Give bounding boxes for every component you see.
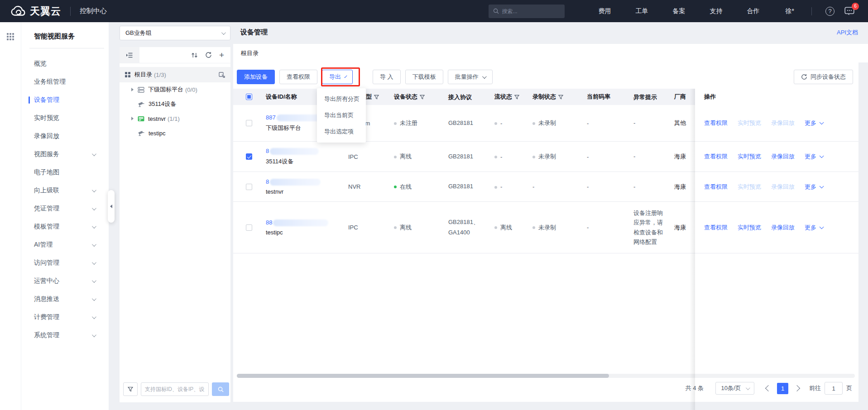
messages-button[interactable]: 6 xyxy=(844,7,854,16)
sidebar-item-business-groups[interactable]: 业务组管理 xyxy=(21,73,109,91)
nav-item-tickets[interactable]: 工单 xyxy=(636,7,648,15)
tree-search-input[interactable] xyxy=(141,382,209,396)
sidebar-item-label: 系统管理 xyxy=(34,331,59,339)
scrollbar-thumb[interactable] xyxy=(237,374,609,378)
view-permission-link[interactable]: 查看权限 xyxy=(704,119,728,127)
filter-icon[interactable] xyxy=(374,95,379,100)
playback-link[interactable]: 录像回放 xyxy=(771,224,795,232)
locate-in-tree-icon[interactable] xyxy=(219,72,225,78)
prev-page-button[interactable] xyxy=(765,385,772,391)
breadcrumb-item[interactable]: 根目录 xyxy=(241,49,259,57)
live-preview-link[interactable]: 实时预览 xyxy=(738,224,761,232)
row-checkbox[interactable] xyxy=(246,184,252,190)
console-label[interactable]: 控制中心 xyxy=(80,7,107,15)
brand[interactable]: 天翼云 xyxy=(10,5,61,18)
caret-right-icon[interactable] xyxy=(131,117,134,120)
api-doc-link[interactable]: API文档 xyxy=(837,29,858,37)
sidebar-item-label: 计费管理 xyxy=(34,313,59,321)
business-group-select[interactable]: GB业务组 xyxy=(120,26,230,40)
current-page-button[interactable]: 1 xyxy=(777,383,788,394)
select-all-checkbox[interactable] xyxy=(246,94,252,100)
sidebar-item-message-push[interactable]: 消息推送 xyxy=(21,290,109,308)
next-page-button[interactable] xyxy=(794,385,800,391)
sidebar-item-label: 访问管理 xyxy=(34,259,59,267)
batch-operation-button[interactable]: 批量操作 xyxy=(448,70,493,84)
tree-node-testipc[interactable]: testipc xyxy=(120,126,230,140)
view-permission-link[interactable]: 查看权限 xyxy=(704,183,728,191)
device-id-link[interactable]: 88 xyxy=(266,219,272,226)
sort-icon[interactable] xyxy=(191,52,198,58)
filter-icon[interactable] xyxy=(420,95,425,100)
import-button[interactable]: 导 入 xyxy=(373,70,401,84)
sidebar-item-device-management[interactable]: 设备管理 xyxy=(21,91,109,109)
row-checkbox[interactable] xyxy=(246,153,252,160)
tree-search-button[interactable] xyxy=(212,382,229,396)
sidebar-item-upper-cascade[interactable]: 向上级联 xyxy=(21,181,109,200)
tree-node-35114-device[interactable]: 35114设备 xyxy=(120,97,230,111)
filter-icon[interactable] xyxy=(514,95,519,100)
export-current-page-item[interactable]: 导出当前页 xyxy=(317,107,366,124)
device-id-link[interactable]: 8 xyxy=(266,178,269,185)
add-device-button[interactable]: 添加设备 xyxy=(237,70,275,84)
device-toolbar: 添加设备 查看权限 导出 导 入 下载模板 批量操作 xyxy=(237,70,493,84)
sidebar-item-view-service[interactable]: 视图服务 xyxy=(21,145,109,163)
tree-node-label: testipc xyxy=(149,130,166,137)
more-link[interactable]: 更多 xyxy=(805,224,822,232)
sync-device-status-button[interactable]: 同步设备状态 xyxy=(794,70,853,84)
sidebar-item-e-map[interactable]: 电子地图 xyxy=(21,163,109,181)
sidebar-item-access-management[interactable]: 访问管理 xyxy=(21,254,109,272)
nav-item-support[interactable]: 支持 xyxy=(710,7,723,15)
page-size-select[interactable]: 10条/页 xyxy=(715,382,754,395)
tree-node-testnvr[interactable]: testnvr (1/1) xyxy=(120,111,230,126)
help-icon[interactable]: ? xyxy=(825,7,834,16)
nav-item-fees[interactable]: 费用 xyxy=(599,7,611,15)
caret-right-icon[interactable] xyxy=(131,88,134,91)
horizontal-scrollbar[interactable] xyxy=(237,374,855,378)
filter-button[interactable] xyxy=(123,382,138,396)
nav-search[interactable] xyxy=(489,5,565,18)
device-id-link[interactable]: 887 xyxy=(266,114,276,121)
add-node-icon[interactable]: + xyxy=(219,51,224,59)
sidebar-item-overview[interactable]: 概览 xyxy=(21,55,109,73)
sidebar-item-credentials[interactable]: 凭证管理 xyxy=(21,200,109,218)
filter-icon[interactable] xyxy=(558,95,563,100)
live-preview-link[interactable]: 实时预览 xyxy=(738,153,761,161)
sidebar-item-label: 消息推送 xyxy=(34,295,59,303)
tree-node-sub-platform[interactable]: 下级国标平台 (0/0) xyxy=(120,82,230,97)
goto-page-input[interactable] xyxy=(825,382,843,395)
sidebar-item-ai-management[interactable]: AI管理 xyxy=(21,236,109,254)
view-permission-link[interactable]: 查看权限 xyxy=(704,153,728,161)
device-id-link[interactable]: 8 xyxy=(266,148,269,154)
chevron-down-icon xyxy=(92,152,96,156)
more-link[interactable]: 更多 xyxy=(805,183,822,191)
sidebar-item-billing[interactable]: 计费管理 xyxy=(21,308,109,326)
row-checkbox[interactable] xyxy=(246,224,252,231)
app-launcher-icon[interactable] xyxy=(7,33,14,40)
view-permission-button[interactable]: 查看权限 xyxy=(279,70,317,84)
tree-indent-toggle-button[interactable] xyxy=(120,47,139,63)
nav-user[interactable]: 徐* xyxy=(786,7,794,15)
export-selected-item[interactable]: 导出选定项 xyxy=(317,124,366,140)
playback-link[interactable]: 录像回放 xyxy=(771,153,795,161)
sidebar-item-templates[interactable]: 模板管理 xyxy=(21,218,109,236)
nav-item-cooperation[interactable]: 合作 xyxy=(747,7,760,15)
export-button[interactable]: 导出 xyxy=(322,70,353,84)
row-checkbox[interactable] xyxy=(246,120,252,126)
sidebar-item-system[interactable]: 系统管理 xyxy=(21,326,109,344)
sidebar-item-live-preview[interactable]: 实时预览 xyxy=(21,109,109,127)
sidebar-item-playback[interactable]: 录像回放 xyxy=(21,127,109,145)
tree-root-node[interactable]: 根目录 (1/3) xyxy=(120,67,230,82)
status-dot xyxy=(532,156,535,158)
download-template-button[interactable]: 下载模板 xyxy=(405,70,443,84)
view-permission-link[interactable]: 查看权限 xyxy=(704,224,728,232)
sidebar-item-operation-center[interactable]: 运营中心 xyxy=(21,272,109,290)
tree-node-label: 35114设备 xyxy=(149,100,176,108)
tree-node-label: 下级国标平台 xyxy=(148,86,183,94)
more-link[interactable]: 更多 xyxy=(805,153,822,161)
more-link[interactable]: 更多 xyxy=(805,119,822,127)
export-all-pages-item[interactable]: 导出所有分页 xyxy=(317,91,366,107)
nav-search-input[interactable] xyxy=(502,8,556,14)
refresh-icon[interactable] xyxy=(205,52,212,58)
sidebar-collapse-handle[interactable] xyxy=(108,190,115,223)
nav-item-filing[interactable]: 备案 xyxy=(673,7,686,15)
